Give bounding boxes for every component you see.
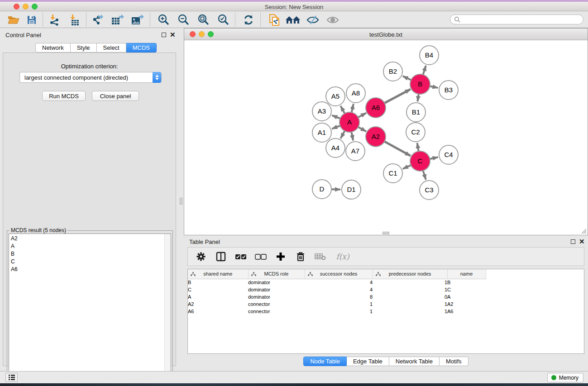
mcds-result-item[interactable]: C <box>9 258 171 266</box>
tab-network-table[interactable]: Network Table <box>389 357 440 366</box>
graph-node-B3[interactable]: B3 <box>439 81 458 100</box>
deselect-all-icon[interactable] <box>254 250 268 263</box>
graph-node-C3[interactable]: C3 <box>420 181 439 200</box>
graph-edge-A-A1[interactable] <box>332 126 340 129</box>
graph-node-C2[interactable]: C2 <box>406 123 425 142</box>
graph-edge-B-B1[interactable] <box>417 94 418 101</box>
graph-node-A8[interactable]: A8 <box>346 84 365 103</box>
graph-edge-A-A8[interactable] <box>352 104 354 112</box>
export-table-icon[interactable] <box>110 13 126 26</box>
column-header-predecessor-nodes[interactable]: predecessor nodes <box>373 269 447 279</box>
new-network-from-file-icon[interactable] <box>267 13 283 26</box>
split-view-icon[interactable] <box>214 250 228 263</box>
zoom-out-icon[interactable] <box>175 13 191 26</box>
table-row[interactable]: Adominator80A <box>188 293 486 300</box>
graph-edge-A-A5[interactable] <box>340 106 344 114</box>
tab-style[interactable]: Style <box>71 43 97 52</box>
table-cell[interactable]: A6 <box>188 308 248 315</box>
task-history-list-icon[interactable] <box>5 373 18 382</box>
mcds-result-item[interactable]: B <box>9 250 171 258</box>
hide-details-eye-icon[interactable] <box>305 13 321 26</box>
table-row[interactable]: A2connector11A2 <box>188 300 486 308</box>
table-cell[interactable]: 1 <box>373 286 447 293</box>
graph-node-A4[interactable]: A4 <box>326 138 345 157</box>
graph-node-A1[interactable]: A1 <box>312 123 331 142</box>
close-panel-icon[interactable]: ✕ <box>170 31 176 39</box>
graph-node-B2[interactable]: B2 <box>383 62 402 81</box>
table-cell[interactable]: A <box>447 293 486 300</box>
splitter-handle-vertical[interactable] <box>180 198 182 205</box>
graph-edge-A-A3[interactable] <box>332 115 340 119</box>
graph-edge-C-C1[interactable] <box>403 165 411 169</box>
mcds-result-item[interactable]: A2 <box>9 235 171 243</box>
column-header-name[interactable]: name <box>447 269 486 279</box>
float-panel-icon[interactable] <box>162 33 166 37</box>
graph-edge-A6-B[interactable] <box>384 89 410 103</box>
function-builder-icon[interactable]: f(x) <box>334 250 352 263</box>
tab-edge-table[interactable]: Edge Table <box>347 357 389 366</box>
select-all-icon[interactable] <box>234 250 248 263</box>
graph-node-C1[interactable]: C1 <box>383 164 402 183</box>
graph-node-A2[interactable]: A2 <box>366 127 386 147</box>
zoom-fit-icon[interactable] <box>195 13 211 26</box>
graph-edge-A2-C[interactable] <box>384 142 411 156</box>
graph-edge-C-C4[interactable] <box>430 157 438 159</box>
show-details-eye-icon[interactable] <box>325 13 341 26</box>
close-panel-button[interactable]: Close panel <box>92 91 139 101</box>
table-cell[interactable]: B <box>447 279 486 286</box>
graph-node-D[interactable]: D <box>312 180 331 199</box>
delete-column-trash-icon[interactable] <box>294 250 307 263</box>
column-header-shared-name[interactable]: shared name <box>188 269 248 279</box>
add-column-plus-icon[interactable] <box>274 250 287 263</box>
table-cell[interactable]: A2 <box>188 300 248 308</box>
graph-node-D1[interactable]: D1 <box>342 180 361 199</box>
table-cell[interactable]: B <box>188 279 248 286</box>
graph-node-A5[interactable]: A5 <box>326 87 345 106</box>
home-icon[interactable] <box>285 13 301 26</box>
graph-edge-B-B2[interactable] <box>403 76 411 80</box>
table-cell[interactable]: 1 <box>373 308 447 315</box>
resize-grip-icon[interactable] <box>580 228 587 234</box>
table-cell[interactable]: A2 <box>447 300 486 308</box>
delete-table-icon[interactable] <box>314 250 327 263</box>
graph-edge-A-A7[interactable] <box>351 132 353 141</box>
mcds-result-item[interactable]: A6 <box>9 266 171 273</box>
zoom-in-icon[interactable] <box>155 13 172 26</box>
float-table-panel-icon[interactable] <box>571 239 575 244</box>
graph-edge-A-A4[interactable] <box>340 131 344 138</box>
memory-button[interactable]: Memory <box>547 373 583 382</box>
import-network-icon[interactable] <box>46 13 62 26</box>
graph-node-B[interactable]: B <box>410 74 430 94</box>
table-cell[interactable]: C <box>188 286 248 293</box>
graph-edge-C-C3[interactable] <box>423 171 426 180</box>
table-cell[interactable]: 1 <box>373 300 447 308</box>
scrollbar[interactable] <box>164 234 171 382</box>
table-row[interactable]: Bdominator41B <box>188 279 486 286</box>
mcds-result-item[interactable]: A <box>9 243 171 250</box>
tab-node-table[interactable]: Node Table <box>303 357 347 366</box>
column-header-MCDS-role[interactable]: MCDS role <box>248 269 305 279</box>
table-cell[interactable]: C <box>447 286 486 293</box>
network-canvas[interactable]: B4B2BB3A8A5A6A3B1AC2A1A2A4A7C4CC1DD1C3 <box>185 40 587 234</box>
column-header-successor-nodes[interactable]: successor nodes <box>305 269 373 279</box>
graph-node-A[interactable]: A <box>339 112 359 132</box>
graph-node-A6[interactable]: A6 <box>366 98 386 118</box>
import-table-icon[interactable] <box>66 13 82 26</box>
table-cell[interactable]: 4 <box>305 286 373 293</box>
table-settings-gear-icon[interactable] <box>194 250 208 263</box>
table-cell[interactable]: A6 <box>447 308 486 315</box>
graph-edge-C-C2[interactable] <box>417 143 419 152</box>
run-mcds-button[interactable]: Run MCDS <box>42 91 86 101</box>
refresh-icon[interactable] <box>240 13 257 26</box>
table-cell[interactable]: dominator <box>248 279 305 286</box>
table-cell[interactable]: 1 <box>305 308 373 315</box>
graph-edge-B-B4[interactable] <box>423 66 426 75</box>
tab-motifs[interactable]: Motifs <box>440 357 468 366</box>
optimization-criterion-select[interactable]: largest connected component (directed) <box>19 72 162 83</box>
graph-node-C[interactable]: C <box>410 151 430 171</box>
graph-edge-B-B3[interactable] <box>430 86 438 88</box>
graph-node-B4[interactable]: B4 <box>420 46 439 65</box>
table-cell[interactable]: 4 <box>305 279 373 286</box>
table-cell[interactable]: dominator <box>248 286 305 293</box>
table-cell[interactable]: connector <box>248 300 305 308</box>
